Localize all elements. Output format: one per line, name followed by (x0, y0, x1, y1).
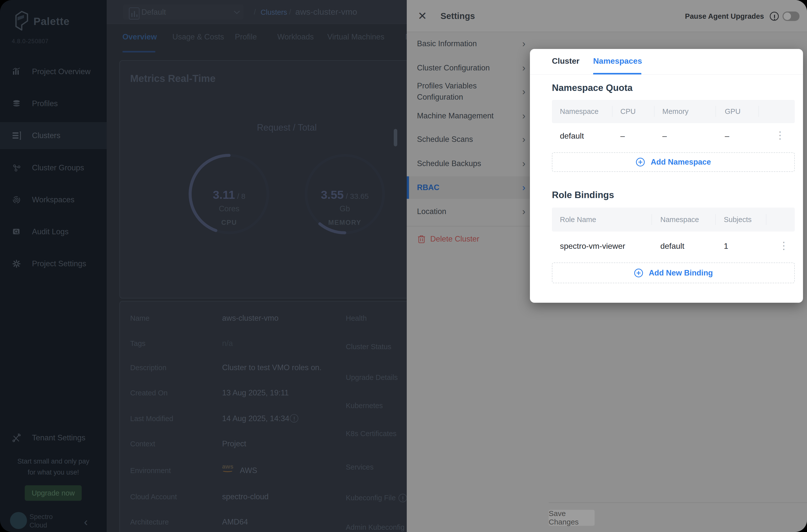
memory-unit: Gb (287, 204, 402, 213)
sidebar-item-label: Project Overview (32, 67, 91, 76)
modal-nav-machine-management[interactable]: Machine Management › (407, 107, 536, 125)
chevron-down-icon (233, 10, 240, 15)
brand-name: Palette (34, 16, 70, 27)
modal-nav-location[interactable]: Location › (407, 203, 536, 220)
column-separator (766, 214, 766, 225)
aws-logo-text: aws (222, 463, 233, 470)
quota-table-row: default – – – ⋮ (552, 123, 795, 151)
detail-label: Tags (130, 339, 145, 348)
detail-value: 14 Aug 2025, 14:34 (222, 414, 289, 423)
app-window: Default / Clusters / aws-cluster-vmo Ove… (0, 0, 807, 532)
status-label: Services (346, 463, 374, 471)
modal-nav-label: Profiles Variables Configuration (417, 80, 500, 103)
detail-label: Cloud Account (130, 493, 177, 501)
nav-divider (407, 226, 536, 226)
tab-usage-costs[interactable]: Usage & Costs (172, 33, 224, 41)
tab-overview[interactable]: Overview (123, 33, 157, 41)
clusters-icon (11, 130, 22, 141)
close-icon[interactable]: ✕ (418, 10, 427, 22)
status-label: Kubernetes (346, 402, 383, 410)
detail-value: n/a (222, 339, 233, 348)
delete-cluster-button[interactable]: Delete Cluster (407, 230, 536, 248)
trash-icon (417, 234, 426, 244)
cpu-total: 8 (241, 192, 246, 200)
tab-workloads[interactable]: Workloads (277, 33, 314, 41)
info-icon[interactable] (398, 494, 407, 502)
breadcrumb-clusters-link[interactable]: Clusters (261, 8, 287, 17)
info-icon[interactable] (770, 12, 779, 21)
detail-value: Cluster to test VMO roles on. (222, 363, 322, 372)
chevron-right-icon: › (522, 182, 525, 193)
sidebar-item-clusters[interactable]: Clusters (0, 122, 107, 149)
pause-agent-upgrades-toggle[interactable] (783, 12, 800, 21)
add-new-binding-label: Add New Binding (649, 268, 713, 278)
column-header: CPU (620, 108, 636, 116)
modal-nav-rbac[interactable]: RBAC › (407, 176, 536, 199)
status-label: K8s Certificates (346, 430, 396, 438)
chevron-right-icon: › (522, 158, 525, 169)
column-header: GPU (725, 108, 740, 116)
tab-cluster[interactable]: Cluster (552, 56, 579, 66)
project-selector[interactable] (123, 4, 243, 20)
namespace-quota-heading: Namespace Quota (552, 83, 633, 93)
gear-icon (11, 258, 22, 269)
active-tab-underline (123, 51, 155, 53)
bar-chart-icon (11, 66, 22, 77)
detail-label: Created On (130, 389, 168, 397)
sidebar-item-label: Audit Logs (32, 227, 69, 236)
sidebar-item-label: Profiles (32, 99, 58, 108)
memory-used: 3.55 (321, 188, 343, 201)
modal-nav-schedule-backups[interactable]: Schedule Backups › (407, 155, 536, 172)
sidebar-item-audit-logs[interactable]: Audit Logs (0, 218, 107, 245)
sidebar-item-tenant-settings[interactable]: Tenant Settings (0, 424, 107, 451)
palette-logo-icon (14, 10, 30, 32)
column-header: Namespace (560, 108, 599, 116)
modal-nav-cluster-configuration[interactable]: Cluster Configuration › (407, 59, 536, 77)
info-icon[interactable] (290, 414, 298, 423)
chevron-right-icon: › (522, 134, 525, 145)
column-header: Memory (662, 108, 689, 116)
toggle-knob (784, 13, 791, 20)
sidebar-item-cluster-groups[interactable]: Cluster Groups (0, 154, 107, 181)
promo-text-line1: Start small and only pay (10, 458, 97, 465)
promo-text-line2: for what you use! (10, 469, 97, 476)
modal-nav-label: Location (417, 207, 446, 216)
metrics-subtitle: Request / Total (224, 122, 349, 133)
project-selector-label[interactable]: Default (142, 8, 166, 17)
sidebar-item-label: Clusters (32, 131, 60, 140)
modal-nav-schedule-scans[interactable]: Schedule Scans › (407, 131, 536, 148)
sidebar-item-project-settings[interactable]: Project Settings (0, 250, 107, 277)
add-new-binding-button[interactable]: Add New Binding (552, 263, 795, 283)
sidebar-item-workspaces[interactable]: Workspaces (0, 186, 107, 213)
cell-role-name: spectro-vm-viewer (560, 242, 625, 251)
metrics-title: Metrics Real-Time (130, 73, 215, 84)
footer-divider (549, 502, 807, 503)
column-header: Subjects (724, 215, 752, 224)
sidebar-item-profiles[interactable]: Profiles (0, 90, 107, 117)
memory-gauge-value: 3.55 / 33.65 (287, 188, 402, 202)
detail-value: 13 Aug 2025, 19:11 (222, 388, 289, 397)
save-changes-button[interactable]: Save Changes (549, 510, 595, 526)
modal-nav-basic-information[interactable]: Basic Information › (407, 35, 536, 53)
sidebar-item-label: Project Settings (32, 259, 86, 268)
sidebar-collapse-chevron[interactable]: ‹ (84, 515, 88, 529)
modal-nav-label: RBAC (417, 183, 439, 192)
add-namespace-button[interactable]: Add Namespace (552, 152, 795, 172)
tab-profile[interactable]: Profile (235, 33, 257, 41)
chevron-right-icon: › (522, 38, 525, 49)
kebab-menu-icon[interactable]: ⋮ (775, 130, 785, 140)
tab-namespaces[interactable]: Namespaces (593, 56, 642, 66)
tab-virtual-machines[interactable]: Virtual Machines (327, 33, 384, 41)
sidebar-item-project-overview[interactable]: Project Overview (0, 58, 107, 85)
chevron-right-icon: › (522, 87, 525, 97)
status-label: Cluster Status (346, 343, 391, 351)
kebab-menu-icon[interactable]: ⋮ (779, 241, 789, 250)
upgrade-now-button[interactable]: Upgrade now (25, 485, 82, 501)
modal-nav-profiles-variables[interactable]: Profiles Variables Configuration › (407, 78, 536, 106)
layers-icon (11, 98, 22, 109)
cell-gpu: – (725, 131, 729, 140)
cell-subjects: 1 (724, 242, 728, 251)
org-name-line2: Cloud (30, 521, 47, 529)
scrollbar-thumb[interactable] (394, 129, 397, 146)
cell-namespace: default (660, 242, 684, 251)
